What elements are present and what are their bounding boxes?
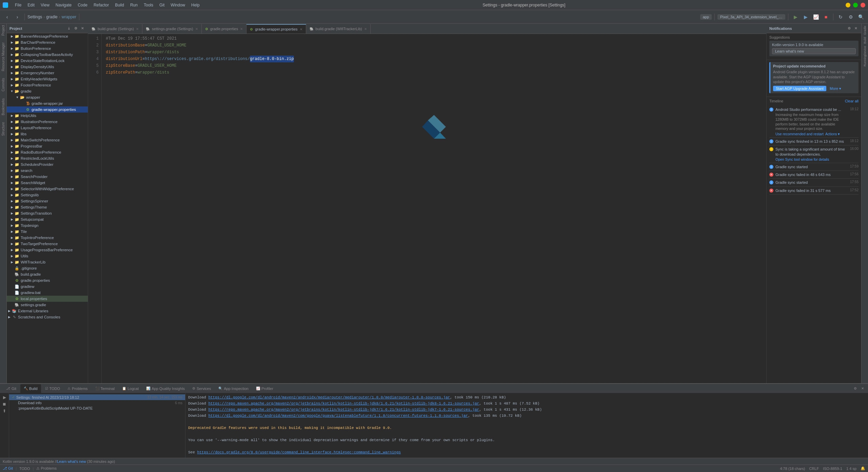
build-rerun-btn[interactable]: ▶ xyxy=(1,394,7,400)
commits-icon[interactable]: Commits xyxy=(1,78,5,91)
build-tree-prepare-kotlin[interactable]: :prepareKotlinBuildScriptModel UP-TO-DAT… xyxy=(9,406,185,411)
bookmarks-icon[interactable]: Bookmarks xyxy=(1,98,5,115)
learn-whats-new-button[interactable]: Learn what's new xyxy=(772,48,856,54)
stop-button[interactable]: ■ xyxy=(822,13,830,21)
notification-indicator[interactable]: 🔔 xyxy=(861,466,865,471)
tree-item-display[interactable]: ▶ 📁 DisplayDensityUtils xyxy=(7,64,88,70)
problems-status[interactable]: ⚠ Problems xyxy=(36,466,57,471)
menu-help[interactable]: Help xyxy=(189,2,202,8)
tree-item-emergency[interactable]: ▶ 📁 EmergencyNumber xyxy=(7,70,88,76)
menu-edit[interactable]: Edit xyxy=(25,2,37,8)
tab-build-wifi[interactable]: 🐘 build.gradle (WifiTrackerLib) ✕ xyxy=(306,24,371,34)
maximize-button[interactable] xyxy=(853,3,858,7)
tab-gradle-wrapper-properties[interactable]: ⚙ gradle-wrapper.properties ✕ xyxy=(246,24,306,34)
tree-item-gradle-jar[interactable]: 🗜 gradle-wrapper.jar xyxy=(7,100,88,106)
build-output-link-2[interactable]: https://repo.maven.apache.org/maven2/org… xyxy=(208,401,479,406)
tree-item-barchart[interactable]: ▶ 📁 BarChartPreference xyxy=(7,39,88,45)
menu-build[interactable]: Build xyxy=(112,2,127,8)
tree-item-button[interactable]: ▶ 📁 ButtonPreference xyxy=(7,45,88,52)
build-scroll-top-btn[interactable]: ⬆ xyxy=(1,408,7,414)
tab-app-quality[interactable]: 📊 App Quality Insights xyxy=(143,384,188,393)
app-selector[interactable]: app xyxy=(700,14,712,20)
structure-icon[interactable]: Structure xyxy=(1,122,5,136)
build-tree-download[interactable]: Download info 6 ms xyxy=(9,400,185,406)
tab-close-settings-gradle[interactable]: ✕ xyxy=(195,27,198,31)
tab-app-inspection[interactable]: 🔍 App Inspection xyxy=(215,384,252,393)
tree-item-libs[interactable]: ▶ 📁 libs xyxy=(7,131,88,137)
start-agp-button[interactable]: Start AGP Upgrade Assistant xyxy=(773,86,826,91)
build-output-docs-link[interactable]: https://docs.gradle.org/8.0/userguide/co… xyxy=(197,450,401,454)
tab-todo[interactable]: ☑ TODO xyxy=(42,384,64,393)
tab-git[interactable]: ⎇ Git xyxy=(3,384,20,393)
cursor-position-status[interactable]: 4:78 (18 chars) xyxy=(780,467,805,471)
tree-item-gitignore[interactable]: 🔒 .gitignore xyxy=(7,265,88,271)
tree-item-gradle[interactable]: ▼ 📂 gradle xyxy=(7,88,88,94)
tree-item-gradle-props[interactable]: ⚙ gradle-wrapper.properties xyxy=(7,106,88,113)
device-selector[interactable]: Pixel_3a_API_34_extension_level_7_x... xyxy=(717,14,785,20)
tab-close-build-wifi[interactable]: ✕ xyxy=(364,27,367,31)
tree-item-banner[interactable]: ▶ 📁 BannerMessagePreference xyxy=(7,33,88,39)
tree-item-topdesign[interactable]: ▶ 📁 Topdesign xyxy=(7,222,88,229)
panel-options-btn[interactable]: ⚙ xyxy=(73,26,78,31)
tab-problems[interactable]: ⚠ Problems xyxy=(64,384,91,393)
clear-all-button[interactable]: Clear all xyxy=(845,99,859,103)
tab-services[interactable]: ⚙ Services xyxy=(189,384,214,393)
tree-item-searchwid[interactable]: ▶ 📁 SearchWidget xyxy=(7,180,88,186)
settings-button[interactable]: ⚙ xyxy=(846,13,855,21)
toolbar-forward[interactable]: › xyxy=(13,13,22,21)
line-sep-status[interactable]: CRLF xyxy=(809,467,819,471)
timeline-performance-actions[interactable]: Use recommended and restart Actions ▾ xyxy=(775,132,848,136)
build-stop-btn[interactable]: ⏹ xyxy=(1,401,7,407)
gradle-tool-icon[interactable]: Gradle xyxy=(862,25,868,35)
sync-button[interactable]: ↻ xyxy=(836,13,845,21)
resource-manager-icon[interactable]: Resource Manager xyxy=(1,42,5,71)
tree-item-buildgradle[interactable]: 🐘 build.gradle xyxy=(7,271,88,277)
debug-button[interactable]: ▶ xyxy=(801,13,810,21)
learn-whats-new-bar-link[interactable]: Learn what's new xyxy=(57,459,86,464)
running-devices-icon[interactable]: Running xyxy=(862,56,868,66)
tree-item-localprops[interactable]: ⚙ local.properties xyxy=(7,296,88,302)
device-manager-icon[interactable]: Device xyxy=(862,45,868,56)
tree-item-illustration[interactable]: ▶ 📁 IllustrationPreference xyxy=(7,119,88,125)
build-tree-settings[interactable]: ✓ Settings: finished At 2023/12/19 18:12… xyxy=(9,394,185,400)
menu-navigate[interactable]: Navigate xyxy=(53,2,74,8)
tree-item-scratches[interactable]: ▶ ✎ Scratches and Consoles xyxy=(7,314,88,320)
project-tool-icon[interactable]: Project xyxy=(1,25,5,36)
tree-item-usageprogress[interactable]: ▶ 📁 UsageProgressBarPreference xyxy=(7,247,88,253)
tree-item-layout[interactable]: ▶ 📁 LayoutPreference xyxy=(7,125,88,131)
build-output-link-1[interactable]: https://dl.google.com/dl/android/maven2/… xyxy=(208,395,450,399)
tree-item-searchprov[interactable]: ▶ 📁 SearchProvider xyxy=(7,174,88,180)
tree-item-wifitrackerlib[interactable]: ▶ 📁 WifiTrackerLib xyxy=(7,259,88,265)
panel-collapse-btn[interactable]: ⤓ xyxy=(66,26,72,31)
tree-item-helputils[interactable]: ▶ 📁 HelpUtils xyxy=(7,113,88,119)
tree-item-gradleprops[interactable]: ⚙ gradle.properties xyxy=(7,277,88,283)
tab-build-settings[interactable]: 🐘 build.gradle (Settings) ✕ xyxy=(88,24,142,34)
minimize-button[interactable] xyxy=(846,3,850,7)
tree-item-search[interactable]: ▶ 📁 search xyxy=(7,168,88,174)
tab-terminal[interactable]: ⬛ Terminal xyxy=(92,384,118,393)
tree-item-settingslib[interactable]: ▶ 📁 Settingslib xyxy=(7,192,88,198)
tree-item-mainswitch[interactable]: ▶ 📁 MainSwitchPreference xyxy=(7,137,88,143)
menu-git[interactable]: Git xyxy=(157,2,167,8)
tree-item-schedules[interactable]: ▶ 📁 SchedulesProvider xyxy=(7,161,88,168)
tree-item-gradlew[interactable]: 📄 gradlew xyxy=(7,283,88,290)
tree-item-tile[interactable]: ▶ 📁 Tile xyxy=(7,229,88,235)
tree-item-settingsspinner[interactable]: ▶ 📁 SettingsSpinner xyxy=(7,198,88,204)
menu-refactor[interactable]: Refactor xyxy=(91,2,112,8)
notifications-settings-btn[interactable]: ⚙ xyxy=(846,26,852,31)
tree-item-settingstransition[interactable]: ▶ 📁 SettingsTransition xyxy=(7,210,88,216)
tab-gradle-properties[interactable]: ⚙ gradle.properties ✕ xyxy=(202,24,247,34)
tree-item-external-libraries[interactable]: ▶ 📚 External Libraries xyxy=(7,308,88,314)
close-button[interactable] xyxy=(861,3,865,7)
tree-item-footer[interactable]: ▶ 📁 FooterPreference xyxy=(7,82,88,88)
notifications-close-btn[interactable]: ✕ xyxy=(853,26,859,31)
tree-item-selectorwidget[interactable]: ▶ 📁 SelectorWithWidgetPreference xyxy=(7,186,88,192)
build-variants-icon[interactable]: Build xyxy=(862,35,868,45)
timeline-sync-slow-link[interactable]: Open Sync tool window for details xyxy=(775,157,848,161)
tree-item-utils[interactable]: ▶ 📁 Utils xyxy=(7,253,88,259)
tree-item-gradlewbat[interactable]: 📄 gradlew.bat xyxy=(7,290,88,296)
tab-close-build-settings[interactable]: ✕ xyxy=(136,27,139,31)
tree-item-entity[interactable]: ▶ 📁 EntityHeaderWidgets xyxy=(7,76,88,82)
tab-close-gradle-props[interactable]: ✕ xyxy=(240,27,243,31)
tree-item-setupcompat[interactable]: ▶ 📁 Setupcompat xyxy=(7,216,88,222)
